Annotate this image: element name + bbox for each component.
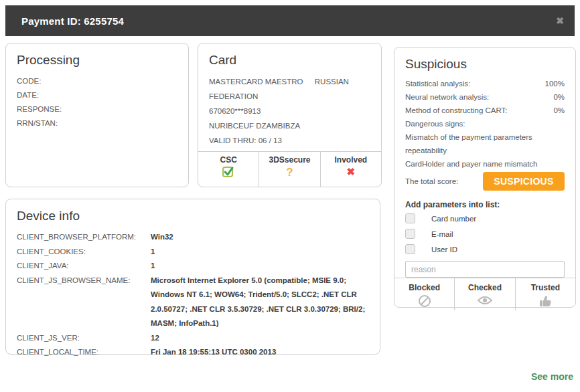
- checkbox-label: E-mail: [431, 230, 453, 238]
- cross-icon: ✖: [347, 166, 356, 177]
- device-label: CLIENT_JS_BROWSER_NAME:: [17, 274, 151, 331]
- checkbox-row-email: E-mail: [405, 226, 565, 241]
- threeds-label: 3DSsecure: [259, 155, 319, 165]
- processing-panel: Processing CODE: DATE: RESPONSE: RRN/STA…: [5, 43, 189, 187]
- metric-label: Neural network analysis:: [405, 90, 489, 104]
- trusted-button[interactable]: Trusted: [515, 278, 575, 310]
- modal-header: Payment ID: 6255754 ✖: [5, 5, 575, 36]
- metric-label: Method of constructing CART:: [405, 104, 508, 117]
- see-more-link[interactable]: See more: [531, 371, 573, 382]
- metric-value: 0%: [553, 90, 565, 104]
- blocked-button[interactable]: Blocked: [394, 278, 454, 310]
- blocked-label: Blocked: [394, 283, 454, 292]
- processing-field-rrnstan: RRN/STAN:: [17, 116, 177, 130]
- email-checkbox[interactable]: [405, 229, 415, 239]
- metric-statistical: Statistical analysis: 100%: [405, 77, 565, 90]
- checkbox-row-card-number: Card number: [405, 211, 565, 226]
- page-title: Payment ID: 6255754: [21, 15, 124, 27]
- device-info-title: Device info: [6, 199, 380, 229]
- dangerous-sign: CardHolder and payer name mismatch: [405, 157, 565, 171]
- device-row-browser-name: CLIENT_JS_BROWSER_NAME: Microsoft Intern…: [17, 274, 369, 331]
- device-label: CLIENT_JAVA:: [17, 259, 151, 274]
- trusted-label: Trusted: [516, 283, 575, 292]
- device-label: CLIENT_COOKIES:: [17, 245, 151, 260]
- device-row-local-time: CLIENT_LOCAL_TIME: Fri Jan 18 19:55:13 U…: [17, 345, 369, 360]
- device-label: CLIENT_LOCAL_TIME:: [17, 345, 151, 360]
- card-status-csc: CSC: [198, 152, 259, 187]
- metric-value: 100%: [545, 77, 565, 90]
- total-score-row: The total score: SUSPICIOUS: [405, 172, 565, 191]
- card-brand: MASTERCARD MAESTRO: [209, 78, 303, 86]
- suspicious-score-badge: SUSPICIOUS: [483, 172, 565, 191]
- processing-field-response: RESPONSE:: [17, 102, 177, 116]
- checked-button[interactable]: Checked: [454, 278, 514, 310]
- checkbox-checked-icon: [222, 166, 234, 178]
- card-valid-thru: VALID THRU: 06 / 13: [209, 133, 370, 148]
- metric-value: 0%: [553, 104, 565, 117]
- metric-cart: Method of constructing CART: 0%: [405, 104, 565, 117]
- suspicious-actions-row: Blocked Checked Trusted: [394, 278, 575, 310]
- checkbox-label: User ID: [431, 246, 457, 254]
- device-value: 1: [151, 245, 369, 260]
- card-status-involved: Involved ✖: [320, 152, 381, 187]
- device-label: CLIENT_JS_VER:: [17, 331, 151, 346]
- card-status-row: CSC 3DSsecure ? Involved ✖: [198, 151, 381, 187]
- card-title: Card: [198, 43, 381, 73]
- processing-field-date: DATE:: [17, 88, 177, 102]
- dangerous-sign: Mismatch of the payment parameters repea…: [405, 130, 565, 157]
- card-status-3dssecure: 3DSsecure ?: [259, 152, 319, 187]
- user-id-checkbox[interactable]: [405, 244, 415, 254]
- device-row-cookies: CLIENT_COOKIES: 1: [17, 245, 369, 260]
- total-score-label: The total score:: [405, 177, 458, 185]
- device-value: Microsoft Internet Explorer 5.0 (compati…: [151, 274, 369, 331]
- device-value: 1: [151, 259, 369, 274]
- card-panel: Card MASTERCARD MAESTRO RUSSIAN FEDERATI…: [198, 43, 382, 187]
- close-icon[interactable]: ✖: [556, 16, 564, 25]
- card-number-checkbox[interactable]: [405, 213, 415, 223]
- processing-field-code: CODE:: [17, 74, 177, 88]
- device-value: Fri Jan 18 19:55:13 UTC 0300 2013: [151, 345, 369, 360]
- device-row-js-ver: CLIENT_JS_VER: 12: [17, 331, 369, 346]
- checkbox-label: Card number: [431, 215, 476, 223]
- device-value: 12: [151, 331, 369, 346]
- metric-label: Statistical analysis:: [405, 77, 470, 90]
- question-mark-icon: ?: [286, 166, 293, 179]
- card-holder: NURIBCEUF DZAMBIBZA: [209, 118, 370, 133]
- suspicious-panel: Suspicious Statistical analysis: 100% Ne…: [394, 47, 576, 308]
- device-value: Win32: [151, 230, 369, 245]
- metric-neural: Neural network analysis: 0%: [405, 90, 565, 104]
- add-parameters-label: Add parameters into list:: [405, 199, 565, 211]
- processing-title: Processing: [6, 43, 188, 73]
- checkbox-row-user-id: User ID: [405, 241, 565, 257]
- thumbs-up-icon: Trusted: [516, 283, 575, 310]
- involved-label: Involved: [321, 155, 381, 165]
- ban-icon: [418, 298, 431, 310]
- device-label: CLIENT_BROWSER_PLATFORM:: [17, 230, 151, 245]
- device-row-platform: CLIENT_BROWSER_PLATFORM: Win32: [17, 230, 369, 245]
- device-info-panel: Device info CLIENT_BROWSER_PLATFORM: Win…: [5, 199, 380, 355]
- dangerous-signs-header: Dangerous signs:: [405, 117, 565, 130]
- device-row-java: CLIENT_JAVA: 1: [17, 259, 369, 274]
- eye-icon: [477, 297, 493, 308]
- suspicious-title: Suspicious: [394, 47, 575, 77]
- card-number: 670620***8913: [209, 104, 370, 118]
- reason-input[interactable]: [405, 261, 565, 278]
- csc-label: CSC: [198, 155, 259, 165]
- checked-label: Checked: [455, 283, 514, 292]
- card-brand-country: MASTERCARD MAESTRO RUSSIAN FEDERATION: [209, 74, 370, 104]
